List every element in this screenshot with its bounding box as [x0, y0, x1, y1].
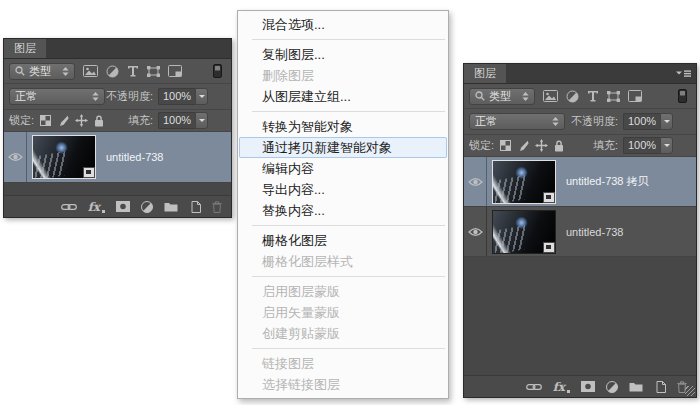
new-group-icon[interactable] — [164, 201, 178, 212]
fill-dropdown-button[interactable] — [660, 137, 673, 154]
shape-filter-icon[interactable] — [607, 91, 620, 102]
new-layer-icon[interactable] — [189, 201, 201, 213]
smart-object-filter-icon[interactable] — [168, 65, 182, 77]
menu-item: 创建剪贴蒙版 — [239, 323, 447, 344]
blend-mode-select[interactable]: 正常 — [469, 113, 565, 130]
adjustment-filter-icon[interactable] — [566, 90, 579, 103]
link-layers-icon[interactable] — [61, 203, 77, 211]
new-group-icon[interactable] — [629, 381, 643, 392]
fx-label: fx — [88, 201, 100, 213]
opacity-dropdown-button[interactable] — [195, 88, 208, 105]
new-layer-icon[interactable] — [654, 381, 666, 393]
tab-layers[interactable]: 图层 — [4, 39, 46, 58]
filter-type-select[interactable]: 类型 — [469, 88, 535, 105]
layer-visibility-toggle[interactable] — [4, 132, 27, 182]
dropdown-caret-icon — [199, 119, 205, 125]
layer-style-button[interactable]: fx — [88, 201, 105, 213]
blend-mode-select[interactable]: 正常 — [9, 88, 105, 105]
lock-pixels-icon[interactable] — [57, 115, 69, 127]
smart-object-filter-icon[interactable] — [628, 90, 642, 102]
opacity-value-field[interactable]: 100% — [158, 88, 195, 105]
lock-position-icon[interactable] — [535, 139, 548, 152]
updown-arrows-icon — [62, 67, 69, 76]
filter-type-label: 类型 — [29, 64, 58, 79]
lock-all-icon[interactable] — [94, 115, 104, 127]
menu-item[interactable]: 栅格化图层 — [239, 230, 447, 251]
fill-dropdown-button[interactable] — [195, 112, 208, 129]
menu-item: 栅格化图层样式 — [239, 251, 447, 272]
pixel-layer-filter-icon[interactable] — [83, 65, 98, 77]
menu-item[interactable]: 编辑内容 — [239, 158, 447, 179]
link-layers-icon[interactable] — [526, 383, 542, 391]
tab-layers[interactable]: 图层 — [464, 64, 506, 83]
add-layer-mask-icon[interactable] — [116, 201, 130, 212]
layer-filter-row: 类型 — [4, 59, 231, 84]
panel-toolbar: fx — [4, 195, 231, 217]
resize-grip[interactable] — [685, 386, 695, 396]
type-filter-icon[interactable] — [127, 65, 139, 77]
layer-row[interactable]: untitled-738 — [4, 132, 231, 183]
menu-item[interactable]: 导出内容... — [239, 179, 447, 200]
layer-list: untitled-738 — [4, 132, 231, 195]
layers-panel-left: 图层 类型 正常 不透明度: 100% — [3, 38, 232, 218]
menu-separator — [252, 276, 445, 277]
menu-item-highlighted[interactable]: 通过拷贝新建智能对象 — [239, 137, 447, 158]
menu-item[interactable]: 混合选项... — [239, 14, 447, 35]
adjustment-filter-icon[interactable] — [106, 65, 119, 78]
layer-visibility-toggle[interactable] — [464, 157, 487, 206]
lock-all-icon[interactable] — [554, 140, 564, 152]
eye-icon — [468, 227, 483, 237]
lock-label: 锁定: — [9, 113, 34, 128]
menu-item: 链接图层 — [239, 353, 447, 374]
menu-item[interactable]: 转换为智能对象 — [239, 116, 447, 137]
filter-switch-icon[interactable] — [213, 64, 222, 78]
menu-separator — [252, 348, 445, 349]
opacity-value-field[interactable]: 100% — [623, 113, 660, 130]
fill-value-field[interactable]: 100% — [623, 137, 660, 154]
layer-row[interactable]: untitled-738 — [464, 207, 696, 257]
layer-list: untitled-738 拷贝untitled-738 — [464, 157, 696, 375]
opacity-dropdown-button[interactable] — [660, 113, 673, 130]
shape-filter-icon[interactable] — [147, 66, 160, 77]
layer-style-button[interactable]: fx — [553, 381, 570, 393]
lock-label: 锁定: — [469, 138, 494, 153]
menu-item[interactable]: 复制图层... — [239, 44, 447, 65]
opacity-label: 不透明度: — [106, 89, 153, 104]
updown-arrows-icon — [522, 92, 529, 101]
lock-transparency-icon[interactable] — [40, 115, 51, 126]
menu-item[interactable]: 替换内容... — [239, 200, 447, 221]
lock-transparency-icon[interactable] — [500, 140, 511, 151]
pixel-layer-filter-icon[interactable] — [543, 90, 558, 102]
add-layer-mask-icon[interactable] — [581, 381, 595, 392]
type-filter-icon[interactable] — [587, 90, 599, 102]
desktop: 图层 类型 正常 不透明度: 100% — [0, 0, 700, 405]
menu-dot-icon — [567, 390, 570, 393]
layer-thumbnail[interactable] — [32, 135, 96, 179]
dropdown-caret-icon — [664, 144, 670, 150]
fill-label: 填充: — [593, 138, 618, 153]
panel-tab-bar: 图层 — [464, 64, 696, 84]
blend-mode-value: 正常 — [475, 114, 548, 129]
panel-menu-icon[interactable] — [676, 69, 691, 78]
menu-item[interactable]: 从图层建立组... — [239, 86, 447, 107]
new-adjustment-layer-icon[interactable] — [141, 201, 153, 213]
layer-visibility-toggle[interactable] — [464, 207, 487, 256]
new-adjustment-layer-icon[interactable] — [606, 381, 618, 393]
delete-layer-icon[interactable] — [212, 201, 222, 213]
menu-item: 启用矢量蒙版 — [239, 302, 447, 323]
menu-dot-icon — [102, 210, 105, 213]
fill-value-field[interactable]: 100% — [158, 112, 195, 129]
filter-type-select[interactable]: 类型 — [9, 63, 75, 80]
dropdown-caret-icon — [664, 120, 670, 126]
lock-position-icon[interactable] — [75, 114, 88, 127]
layer-thumbnail[interactable] — [492, 210, 556, 254]
eye-icon — [8, 152, 23, 162]
lock-row: 锁定: 填充: 100% — [4, 110, 231, 132]
layer-thumbnail[interactable] — [492, 160, 556, 204]
filter-switch-icon[interactable] — [678, 89, 687, 103]
layer-context-menu: 混合选项...复制图层...删除图层从图层建立组...转换为智能对象通过拷贝新建… — [237, 10, 449, 399]
updown-arrows-icon — [552, 117, 559, 126]
layer-row[interactable]: untitled-738 拷贝 — [464, 157, 696, 207]
lock-pixels-icon[interactable] — [517, 140, 529, 152]
search-icon — [15, 66, 25, 76]
